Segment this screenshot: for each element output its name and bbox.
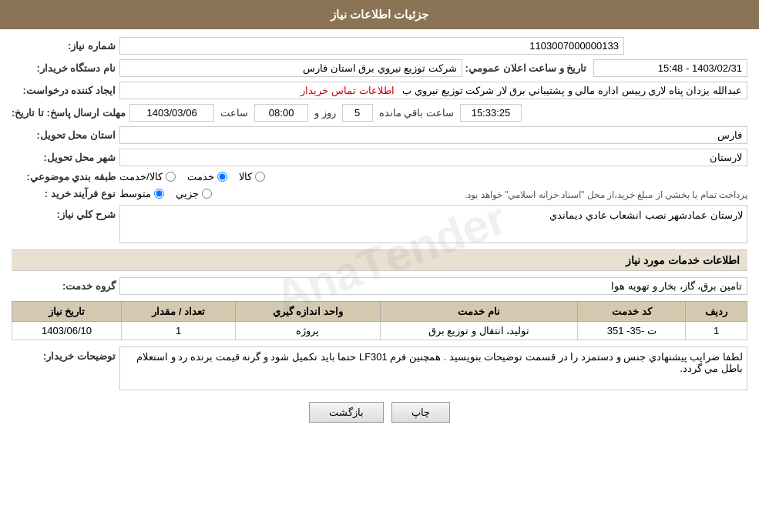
number-value: 1103007000000133: [119, 37, 624, 55]
category-label: طبقه بندي موضوعي:: [12, 171, 119, 182]
announce-label: تاريخ و ساعت اعلان عمومي:: [462, 62, 593, 74]
col-header-date: تاريخ نياز: [12, 302, 122, 322]
buyer-notes-label: توضيحات خريدار:: [12, 346, 119, 362]
deadline-time-label: ساعت: [217, 107, 251, 119]
buyer-notes-textarea[interactable]: [119, 346, 747, 390]
number-label: شماره نياز:: [12, 40, 119, 52]
print-button[interactable]: چاپ: [391, 402, 450, 423]
services-table: رديف كد خدمت نام خدمت واحد اندازه گيري ت…: [12, 301, 747, 340]
deadline-time: 08:00: [254, 104, 308, 122]
description-textarea[interactable]: [119, 205, 747, 243]
services-table-container: رديف كد خدمت نام خدمت واحد اندازه گيري ت…: [12, 301, 747, 340]
announce-value: 1403/02/31 - 15:48: [593, 59, 747, 77]
category-option-khedmat[interactable]: خدمت: [187, 171, 227, 182]
col-header-quantity: تعداد / مقدار: [121, 302, 235, 322]
deadline-label: مهلت ارسال پاسخ: تا تاريخ:: [12, 107, 129, 119]
purchase-type-radio-group: متوسط جزيي: [119, 188, 462, 199]
purchase-option-jozii[interactable]: جزيي: [176, 188, 212, 199]
province-label: استان محل تحويل:: [12, 129, 119, 141]
col-header-code: كد خدمت: [578, 302, 686, 322]
back-button[interactable]: بازگشت: [309, 402, 384, 423]
city-label: شهر محل تحويل:: [12, 152, 119, 163]
table-row: 1ت -35- 351توليد، انتقال و توزيع برقپروژ…: [12, 322, 747, 340]
province-value: فارس: [119, 126, 747, 144]
purchase-note: پرداخت تمام يا بخشي از مبلغ خريد،از محل …: [465, 189, 747, 200]
deadline-date: 1403/03/06: [129, 104, 214, 122]
purchase-type-label: نوع فرآيند خريد :: [12, 188, 119, 199]
buyer-org-value: شركت توزيع نيروي برق استان فارس: [119, 59, 462, 77]
creator-label: ايجاد كننده درخواست:: [12, 85, 119, 96]
description-label: شرح كلي نياز:: [12, 205, 119, 220]
category-radio-group: كالا/خدمت خدمت كالا: [119, 171, 747, 182]
deadline-days: 5: [342, 104, 373, 122]
service-group-value: تامين برق، گاز، بخار و تهويه هوا: [119, 277, 747, 295]
city-value: لارستان: [119, 149, 747, 166]
purchase-option-motavasset[interactable]: متوسط: [119, 188, 164, 199]
service-group-label: گروه خدمت:: [12, 280, 119, 292]
services-section-header: اطلاعات خدمات مورد نياز: [12, 249, 747, 271]
category-option-kala-khedmat[interactable]: كالا/خدمت: [119, 171, 176, 182]
deadline-remaining-label: ساعت باقي مانده: [376, 107, 457, 119]
deadline-day-label: روز و: [311, 107, 339, 119]
page-title: جزئيات اطلاعات نياز: [0, 0, 759, 29]
creator-value: عبدالله يزدان پناه لاري رييس اداره مالي …: [119, 82, 747, 99]
deadline-remaining: 15:33:25: [460, 104, 522, 122]
creator-link[interactable]: اطلاعات تماس خريدار: [301, 85, 394, 96]
col-header-row-num: رديف: [686, 302, 747, 322]
buyer-org-label: نام دستگاه خريدار:: [12, 62, 119, 74]
col-header-unit: واحد اندازه گيري: [236, 302, 380, 322]
category-option-kala[interactable]: كالا: [239, 171, 265, 182]
button-row: چاپ بازگشت: [12, 402, 747, 434]
col-header-name: نام خدمت: [380, 302, 578, 322]
